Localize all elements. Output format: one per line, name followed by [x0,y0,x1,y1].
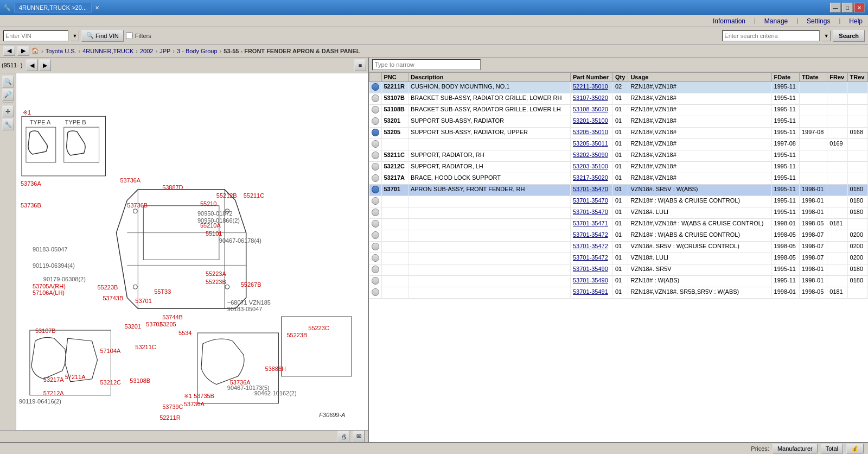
forward-button[interactable]: ▶ [17,46,29,56]
manufacturer-price-button[interactable]: Manufacturer [773,444,818,453]
col-usage[interactable]: Usage [628,73,771,82]
zoom-in-button[interactable]: 🔍 [2,75,14,87]
col-qty[interactable]: Qty [612,73,628,82]
col-fdate[interactable]: FDate [771,73,799,82]
tab-label[interactable]: 4RUNNER,TRUCK >20... [14,3,92,12]
part-number-link[interactable]: 53701-35490 [573,266,608,272]
part-number-cell[interactable]: 53701-35490 [570,276,612,287]
vin-dropdown-arrow[interactable]: ▼ [71,30,79,41]
nav-circle[interactable] [372,94,379,102]
price-icon-button[interactable]: 💰 [846,444,864,453]
breadcrumb-4runner[interactable]: 4RUNNER,TRUCK [82,48,133,54]
part-number-cell[interactable]: 53701-35490 [570,264,612,276]
nav-circle[interactable] [372,231,379,239]
back-button[interactable]: ◀ [3,46,15,56]
part-number-link[interactable]: 53701-35472 [573,231,608,238]
parts-table-container[interactable]: PNC Description Part Number Qty Usage FD… [369,72,868,442]
part-number-link[interactable]: 53701-35470 [573,186,608,192]
part-number-cell[interactable]: 52211-35010 [570,82,612,93]
nav-circle[interactable] [372,254,379,262]
nav-circle[interactable] [372,186,379,193]
part-number-link[interactable]: 53201-35100 [573,117,608,124]
nav-circle[interactable] [372,106,379,114]
col-frev[interactable]: FRev [827,73,847,82]
nav-circle[interactable] [372,209,379,216]
part-number-cell[interactable]: 53203-35100 [570,162,612,173]
part-number-link[interactable]: 53701-35472 [573,243,608,249]
part-number-cell[interactable]: 53201-35100 [570,116,612,128]
breadcrumb-2002[interactable]: 2002 [140,48,153,54]
nav-circle[interactable] [372,266,379,273]
nav-circle[interactable] [372,243,379,250]
part-number-cell[interactable]: 53217-35020 [570,173,612,185]
zoom-out-button[interactable]: 🔎 [2,89,14,100]
part-number-link[interactable]: 53108-35020 [573,106,608,112]
filters-checkbox[interactable] [126,32,133,39]
part-number-link[interactable]: 53701-35471 [573,220,608,226]
part-number-link[interactable]: 53217-35020 [573,174,608,181]
nav-circle[interactable] [372,152,379,159]
maximize-button[interactable]: □ [842,3,853,12]
part-number-link[interactable]: 53701-35490 [573,277,608,283]
part-number-cell[interactable]: 53701-35491 [570,287,612,299]
search-criteria-input[interactable] [722,30,820,41]
filters-label[interactable]: Filters [135,33,151,39]
part-number-link[interactable]: 53205-35010 [573,129,608,135]
email-button[interactable]: ✉ [353,431,365,443]
part-number-cell[interactable]: 53701-35471 [570,219,612,230]
vin-input[interactable] [3,30,68,41]
nav-circle[interactable] [372,277,379,285]
search-dropdown-arrow[interactable]: ▼ [822,30,831,41]
nav-circle[interactable] [372,140,379,148]
part-number-cell[interactable]: 53701-35472 [570,230,612,242]
collapse-button[interactable]: ≡ [354,59,366,71]
tab-close-btn[interactable]: ✕ [95,5,99,11]
menu-manage[interactable]: Manage [764,17,788,25]
part-number-link[interactable]: 52211-35010 [573,83,608,90]
breadcrumb-toyota[interactable]: Toyota U.S. [46,48,76,54]
narrow-input[interactable] [372,59,481,70]
menu-settings[interactable]: Settings [807,17,830,25]
total-price-button[interactable]: Total [821,444,843,453]
home-icon[interactable]: 🏠 [31,47,39,54]
close-button[interactable]: ✕ [854,3,865,12]
part-number-cell[interactable]: 53701-35472 [570,242,612,253]
col-description[interactable]: Description [408,73,570,82]
minimize-button[interactable]: — [830,3,841,12]
col-trev[interactable]: TRev [847,73,867,82]
nav-circle[interactable] [372,174,379,182]
part-number-cell[interactable]: 53205-35011 [570,139,612,150]
breadcrumb-body-group[interactable]: 3 - Body Group [177,48,218,54]
menu-information[interactable]: Information [713,17,745,25]
part-number-cell[interactable]: 53701-35470 [570,207,612,219]
select-tool-button[interactable]: ✛ [2,105,14,117]
part-number-link[interactable]: 53701-35491 [573,288,608,295]
prev-diagram-button[interactable]: ◀ [26,59,38,71]
wrench-tool-button[interactable]: 🔧 [2,118,14,130]
col-part-number[interactable]: Part Number [570,73,612,82]
nav-circle[interactable] [372,220,379,228]
print-button[interactable]: 🖨 [337,431,349,443]
find-vin-button[interactable]: 🔍 Find VIN [81,30,124,42]
part-number-link[interactable]: 53701-35470 [573,209,608,215]
part-number-link[interactable]: 53202-35090 [573,152,608,158]
nav-circle[interactable] [372,83,379,91]
nav-circle[interactable] [372,117,379,125]
nav-circle[interactable] [372,288,379,296]
part-number-link[interactable]: 53203-35100 [573,163,608,169]
part-number-cell[interactable]: 53701-35472 [570,253,612,264]
breadcrumb-jpp[interactable]: JPP [159,48,170,54]
col-pnc[interactable]: PNC [381,73,408,82]
search-button[interactable]: Search [833,30,865,42]
part-number-cell[interactable]: 53108-35020 [570,105,612,116]
part-number-cell[interactable]: 53202-35090 [570,150,612,162]
part-number-cell[interactable]: 53701-35470 [570,196,612,207]
part-number-link[interactable]: 53107-35020 [573,94,608,101]
part-number-link[interactable]: 53205-35011 [573,140,608,147]
menu-help[interactable]: Help [849,17,863,25]
part-number-link[interactable]: 53701-35470 [573,197,608,204]
next-diagram-button[interactable]: ▶ [39,59,51,71]
nav-circle[interactable] [372,163,379,171]
part-number-cell[interactable]: 53107-35020 [570,93,612,105]
part-number-link[interactable]: 53701-35472 [573,254,608,261]
